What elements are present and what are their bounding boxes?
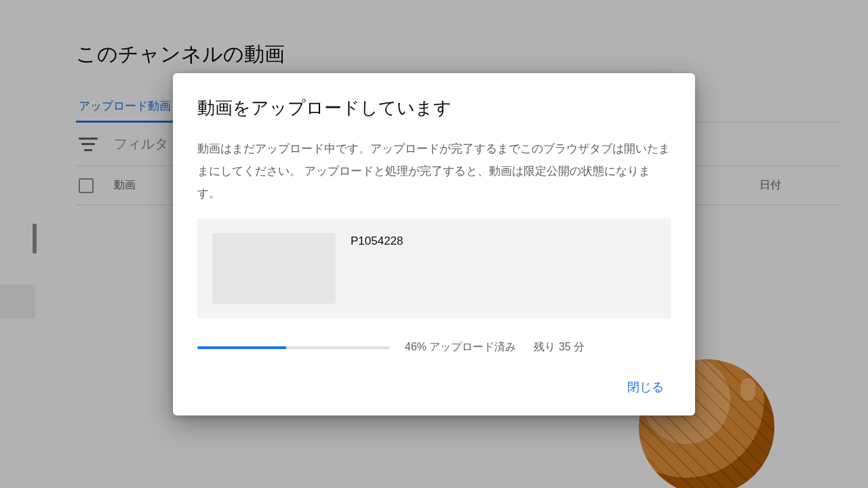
dialog-title: 動画をアップロードしています [197, 96, 671, 120]
upload-progress-label: 46% アップロード済み [405, 340, 516, 354]
upload-remaining-label: 残り 35 分 [534, 340, 585, 354]
upload-progress-fill [197, 346, 286, 349]
dialog-actions: 閉じる [197, 373, 671, 401]
dialog-description: 動画はまだアップロード中です。アップロードが完了するまでこのブラウザタブは開いた… [197, 138, 671, 205]
modal-overlay: 動画をアップロードしています 動画はまだアップロード中です。アップロードが完了す… [0, 0, 868, 488]
uploading-file-name: P1054228 [351, 235, 403, 248]
progress-row: 46% アップロード済み 残り 35 分 [197, 340, 671, 354]
upload-progress-bar [197, 346, 390, 349]
video-thumbnail-placeholder [212, 233, 336, 304]
close-button[interactable]: 閉じる [620, 373, 671, 401]
uploading-file-card: P1054228 [197, 218, 671, 319]
upload-progress-dialog: 動画をアップロードしています 動画はまだアップロード中です。アップロードが完了す… [173, 73, 695, 415]
